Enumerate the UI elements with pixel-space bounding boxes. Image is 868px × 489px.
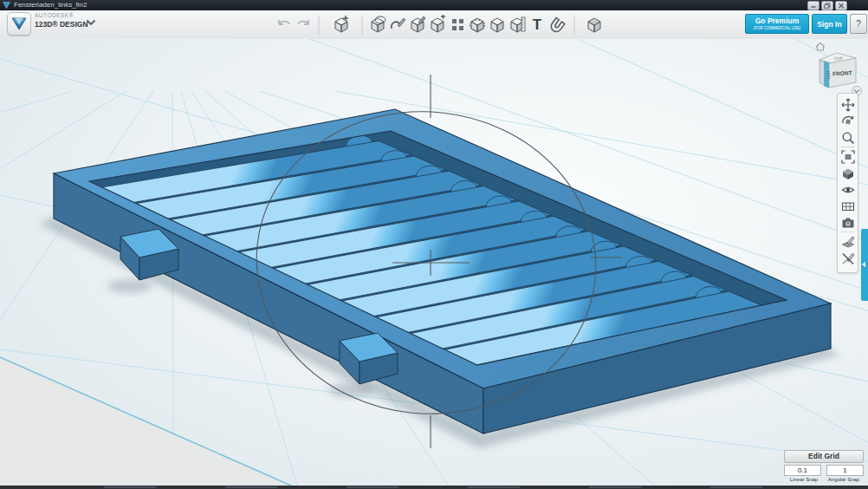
home-icon[interactable] xyxy=(816,43,825,51)
close-button[interactable] xyxy=(835,1,847,10)
go-premium-sublabel: (FOR COMMERCIAL USE) xyxy=(746,26,808,30)
grid-units-tool[interactable] xyxy=(839,198,856,214)
3d-scene[interactable] xyxy=(0,39,868,486)
sign-in-label: Sign In xyxy=(817,20,841,29)
minimize-button[interactable] xyxy=(807,1,819,10)
parts-panel-tab[interactable] xyxy=(861,229,868,301)
sketch-button[interactable] xyxy=(392,18,405,29)
snap-button[interactable] xyxy=(549,17,565,33)
screenshot-tool[interactable] xyxy=(839,214,856,231)
restore-button[interactable] xyxy=(821,1,833,10)
edit-grid-button[interactable]: Edit Grid xyxy=(784,450,864,463)
orbit-tool[interactable] xyxy=(839,113,856,129)
go-premium-label: Go Premium xyxy=(746,16,808,25)
linear-snap-label: Linear Snap xyxy=(784,477,824,482)
app-menu-chevron-icon[interactable] xyxy=(86,19,96,26)
text-tool-glyph: T xyxy=(533,16,542,33)
brand-company: AUTODESK® xyxy=(35,13,88,19)
material-button[interactable] xyxy=(588,18,600,32)
main-toolbar: AUTODESK® 123D® DESIGN xyxy=(0,10,868,40)
show-sketches-tool[interactable] xyxy=(839,233,856,250)
shaded-view-tool[interactable] xyxy=(839,165,856,181)
primitives-button[interactable] xyxy=(335,16,348,32)
construct-button[interactable] xyxy=(411,16,425,32)
autodesk-123d-logo-icon xyxy=(11,16,27,31)
undo-button[interactable] xyxy=(279,20,289,24)
pattern-button[interactable] xyxy=(452,19,463,30)
zoom-tool[interactable] xyxy=(839,129,856,146)
redo-button[interactable] xyxy=(298,20,308,24)
sign-in-button[interactable]: Sign In xyxy=(812,14,847,34)
grouping-button[interactable] xyxy=(470,18,485,32)
help-button[interactable]: ? xyxy=(850,14,867,34)
hide-show-tool[interactable] xyxy=(839,181,856,198)
brand-text: AUTODESK® 123D® DESIGN xyxy=(35,13,88,28)
os-taskbar-edge xyxy=(0,486,868,489)
hide-sketches-tool[interactable] xyxy=(839,250,856,266)
brand-product: 123D® DESIGN xyxy=(35,21,88,29)
modify-button[interactable] xyxy=(431,15,445,32)
app-menu-button[interactable] xyxy=(7,12,31,36)
linear-snap-input[interactable] xyxy=(784,465,821,476)
navigation-panel-separator xyxy=(841,231,854,232)
toolbar-icon-strip: T xyxy=(275,13,615,37)
go-premium-button[interactable]: Go Premium (FOR COMMERCIAL USE) xyxy=(745,14,809,34)
angular-snap-label: Angular Snap xyxy=(824,477,864,482)
view-cube-top-label: TOP xyxy=(833,55,843,62)
grid-snap-panel: Edit Grid Linear Snap Angular Snap xyxy=(784,450,864,482)
viewport[interactable]: TOP LEFT FRONT xyxy=(0,39,868,486)
pan-tool[interactable] xyxy=(839,96,856,113)
panel-expand-arrow-icon xyxy=(862,262,865,267)
app-icon xyxy=(3,2,10,9)
view-cube-front-label: FRONT xyxy=(832,69,852,76)
title-bar: Fensterladen_links_fin2 xyxy=(0,0,868,10)
fit-tool[interactable] xyxy=(839,148,856,165)
window-title: Fensterladen_links_fin2 xyxy=(14,0,87,10)
help-label: ? xyxy=(856,19,861,29)
navigation-panel xyxy=(837,93,858,273)
transform-button[interactable] xyxy=(372,16,385,32)
view-cube-left-label: LEFT xyxy=(826,71,831,80)
view-cube-body[interactable]: TOP LEFT FRONT xyxy=(819,53,856,88)
combine-button[interactable] xyxy=(491,18,503,32)
angular-snap-input[interactable] xyxy=(826,465,864,476)
navigation-panel-separator xyxy=(841,147,854,147)
text-button[interactable]: T xyxy=(533,16,542,33)
view-cube[interactable]: TOP LEFT FRONT xyxy=(811,39,865,98)
measure-button[interactable] xyxy=(511,17,525,32)
